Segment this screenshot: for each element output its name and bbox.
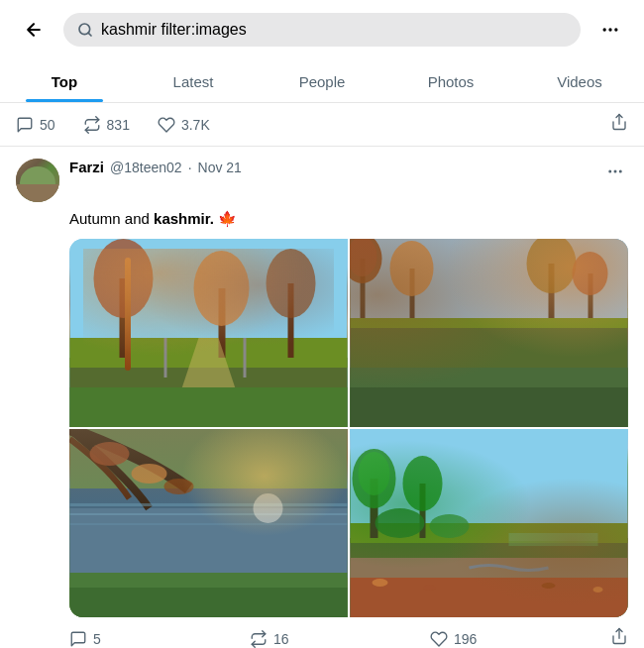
svg-rect-34: [351, 387, 628, 427]
tab-latest[interactable]: Latest: [129, 59, 258, 102]
svg-point-28: [390, 241, 434, 296]
comment-stat: 50: [16, 116, 55, 134]
svg-point-5: [608, 170, 611, 173]
svg-point-38: [90, 442, 130, 466]
avatar[interactable]: [16, 159, 59, 202]
svg-point-39: [132, 464, 167, 484]
svg-point-62: [424, 585, 436, 591]
stats-bar: 50 831 3.7K: [0, 103, 644, 147]
tweet-image-top-left[interactable]: [69, 239, 348, 427]
image-br-svg: [350, 429, 628, 617]
svg-rect-48: [351, 538, 628, 617]
retweet-icon: [83, 116, 101, 134]
tweet-author-handle: @18teen02: [110, 160, 182, 175]
svg-rect-50: [371, 479, 378, 538]
tab-videos[interactable]: Videos: [515, 59, 644, 102]
svg-point-40: [164, 479, 194, 494]
like-action[interactable]: 196: [430, 630, 610, 648]
retweet-action-icon: [250, 630, 268, 648]
tab-photos[interactable]: Photos: [386, 59, 515, 102]
svg-rect-53: [420, 484, 426, 538]
svg-rect-24: [361, 259, 366, 318]
svg-rect-13: [219, 288, 226, 358]
tweet-content: Autumn and kashmir. 🍁: [69, 208, 628, 229]
svg-rect-47: [351, 429, 628, 617]
search-icon: [77, 22, 93, 38]
svg-point-56: [430, 514, 470, 538]
svg-rect-35: [70, 429, 348, 617]
svg-rect-36: [70, 498, 348, 578]
tab-people[interactable]: People: [258, 59, 386, 102]
comment-action[interactable]: 5: [69, 630, 250, 648]
svg-rect-37: [70, 488, 348, 508]
svg-rect-41: [70, 503, 348, 506]
more-options-button[interactable]: [592, 12, 628, 48]
svg-point-25: [350, 239, 382, 283]
svg-point-30: [527, 239, 577, 293]
svg-point-1: [603, 28, 606, 31]
like-action-count: 196: [454, 631, 477, 647]
tweet-header: Farzi @18teen02 · Nov 21: [16, 159, 628, 202]
tweet-image-bottom-right[interactable]: [350, 429, 628, 617]
image-tl-svg: [69, 239, 348, 427]
tweet-date: Nov 21: [198, 160, 242, 175]
tweet-more-button[interactable]: [602, 159, 628, 188]
svg-rect-31: [589, 273, 593, 318]
svg-rect-18: [244, 338, 247, 378]
svg-point-64: [593, 587, 603, 593]
comment-action-icon: [69, 630, 87, 648]
tweet-image-top-right[interactable]: [350, 239, 628, 427]
svg-point-32: [573, 252, 608, 295]
share-action[interactable]: [610, 627, 628, 648]
tweet-actions: 5 16 196: [69, 627, 628, 648]
svg-rect-42: [70, 513, 348, 515]
svg-point-55: [376, 508, 425, 538]
tweet-author-name: Farzi: [69, 159, 104, 175]
svg-rect-20: [351, 239, 628, 427]
svg-point-2: [608, 28, 611, 31]
tweet: Farzi @18teen02 · Nov 21 Autumn and kash…: [0, 147, 644, 648]
like-count: 3.7K: [181, 117, 210, 133]
retweet-action[interactable]: 16: [250, 630, 430, 648]
svg-rect-27: [410, 269, 415, 318]
svg-rect-58: [509, 541, 598, 546]
svg-rect-29: [549, 264, 555, 318]
svg-rect-23: [351, 239, 628, 318]
comment-icon: [16, 116, 34, 134]
back-button[interactable]: [16, 12, 52, 48]
svg-rect-10: [70, 338, 348, 368]
search-tabs: Top Latest People Photos Videos: [0, 59, 644, 103]
image-bl-svg: [69, 429, 348, 617]
like-stat: 3.7K: [158, 116, 210, 134]
tab-top[interactable]: Top: [0, 59, 129, 102]
svg-rect-21: [351, 318, 628, 427]
svg-rect-43: [70, 523, 348, 525]
svg-rect-57: [509, 533, 598, 541]
tweet-image-bottom-left[interactable]: [69, 429, 348, 617]
tweet-name-row: Farzi @18teen02 · Nov 21: [69, 159, 592, 175]
svg-rect-11: [120, 278, 128, 358]
tweet-text-bold: kashmir.: [154, 210, 214, 227]
svg-rect-60: [351, 578, 628, 617]
svg-point-26: [350, 239, 377, 276]
retweet-action-count: 16: [273, 631, 289, 647]
svg-point-61: [373, 579, 388, 587]
tweet-meta: Farzi @18teen02 · Nov 21: [69, 159, 592, 175]
search-bar[interactable]: kashmir filter:images: [63, 13, 581, 47]
svg-point-16: [267, 249, 316, 318]
svg-point-3: [614, 28, 617, 31]
image-tr-svg: [350, 239, 628, 427]
comment-action-count: 5: [93, 631, 101, 647]
svg-point-63: [542, 583, 556, 589]
header: kashmir filter:images: [0, 0, 644, 59]
like-icon: [158, 116, 175, 134]
svg-point-54: [403, 456, 443, 511]
svg-rect-17: [164, 338, 167, 378]
share-button[interactable]: [610, 113, 628, 136]
svg-point-44: [254, 493, 283, 523]
svg-rect-33: [351, 368, 628, 427]
svg-rect-45: [70, 573, 348, 617]
retweet-count: 831: [107, 117, 130, 133]
tweet-image-grid[interactable]: [69, 239, 628, 617]
svg-point-51: [353, 449, 396, 508]
